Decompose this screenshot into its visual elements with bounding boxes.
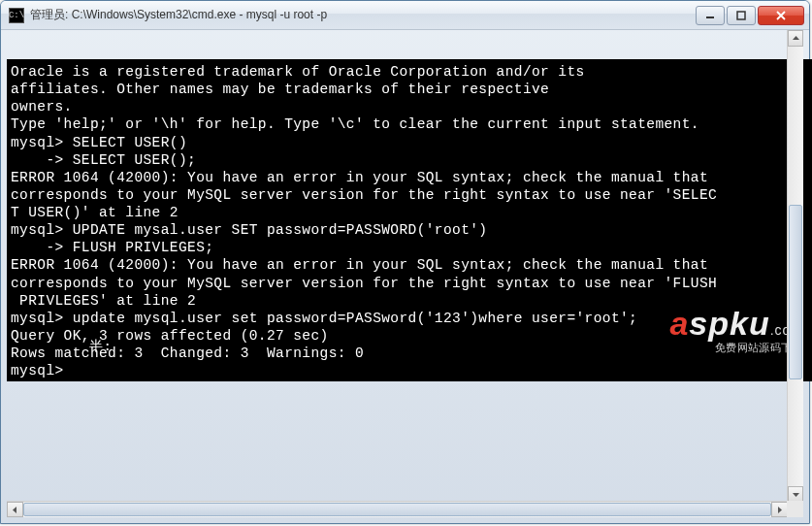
terminal-line: ERROR 1064 (42000): You have an error in… xyxy=(11,256,812,274)
svg-rect-1 xyxy=(737,12,745,19)
ime-status: 半: xyxy=(89,338,112,355)
scrollbar-corner xyxy=(787,501,803,517)
terminal-line: corresponds to your MySQL server version… xyxy=(11,186,812,204)
maximize-button[interactable] xyxy=(727,6,756,25)
horizontal-scroll-thumb[interactable] xyxy=(23,503,771,516)
close-icon xyxy=(775,11,787,20)
terminal-line: owners. xyxy=(11,98,812,115)
watermark-logo: aspku.com xyxy=(669,307,803,340)
terminal-line: Type 'help;' or '\h' for help. Type '\c'… xyxy=(11,115,812,133)
minimize-icon xyxy=(705,11,715,20)
scroll-left-button[interactable] xyxy=(7,502,23,517)
scroll-right-button[interactable] xyxy=(771,502,788,517)
window-controls xyxy=(696,6,804,25)
terminal-line: -> FLUSH PRIVLEGES; xyxy=(11,239,812,256)
terminal-line: mysql> UPDATE mysal.user SET password=PA… xyxy=(11,221,812,239)
horizontal-scroll-track[interactable] xyxy=(23,502,771,517)
close-button[interactable] xyxy=(758,6,804,25)
terminal-output[interactable]: Oracle is a registered trademark of Orac… xyxy=(7,59,812,381)
terminal-line: Oracle is a registered trademark of Orac… xyxy=(11,63,812,81)
maximize-icon xyxy=(736,11,746,20)
vertical-scroll-thumb[interactable] xyxy=(789,205,802,379)
chevron-down-icon xyxy=(792,490,800,499)
window-title: 管理员: C:\Windows\System32\cmd.exe - mysql… xyxy=(30,7,696,23)
cmd-icon: C:\ xyxy=(9,8,24,23)
watermark-tagline: 免费网站源码下载 xyxy=(669,342,803,355)
svg-rect-0 xyxy=(706,16,714,18)
chevron-up-icon xyxy=(792,34,800,43)
terminal-prompt: mysql> xyxy=(11,362,812,379)
horizontal-scrollbar[interactable] xyxy=(7,501,788,517)
titlebar[interactable]: C:\ 管理员: C:\Windows\System32\cmd.exe - m… xyxy=(1,1,809,30)
chevron-left-icon xyxy=(11,506,19,514)
terminal-line: T USER()' at line 2 xyxy=(11,204,812,221)
vertical-scrollbar[interactable] xyxy=(787,30,803,503)
chevron-right-icon xyxy=(775,506,784,514)
terminal-line: corresponds to your MySQL server version… xyxy=(11,275,812,292)
app-window: C:\ 管理员: C:\Windows\System32\cmd.exe - m… xyxy=(0,0,810,524)
terminal-line: mysql> SELECT USER() xyxy=(11,134,812,151)
scroll-up-button[interactable] xyxy=(788,30,803,47)
terminal-line: affiliates. Other names may be trademark… xyxy=(11,81,812,98)
terminal-line: -> SELECT USER(); xyxy=(11,151,812,169)
terminal-line: ERROR 1064 (42000): You have an error in… xyxy=(11,169,812,186)
watermark: aspku.com 免费网站源码下载 xyxy=(669,307,803,355)
minimize-button[interactable] xyxy=(696,6,725,25)
